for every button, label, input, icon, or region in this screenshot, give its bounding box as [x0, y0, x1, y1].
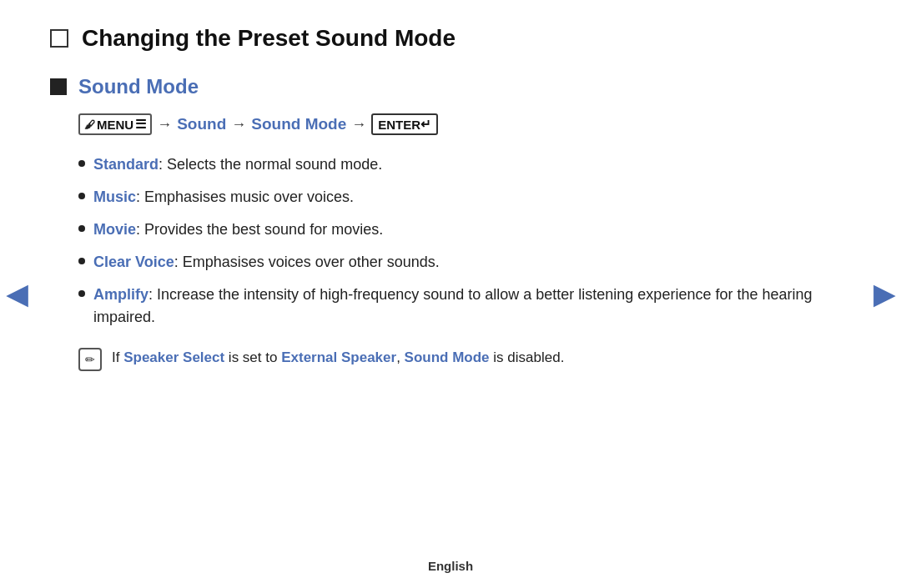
sound-mode-label: Sound Mode	[251, 115, 346, 133]
note-prefix: If	[112, 349, 123, 365]
note-speaker-select: Speaker Select	[123, 349, 224, 365]
enter-symbol: ↵	[420, 117, 431, 132]
arrow-3: →	[351, 116, 366, 133]
bullet-dot	[78, 225, 85, 232]
arrow-2: →	[231, 116, 246, 133]
term-standard: Standard	[93, 156, 159, 173]
main-title: Changing the Preset Sound Mode	[50, 25, 834, 52]
black-square-icon	[50, 78, 67, 95]
note-row: ✏ If Speaker Select is set to External S…	[78, 347, 834, 371]
bullet-dot	[78, 160, 85, 167]
footer-language: English	[428, 559, 473, 573]
bullet-dot	[78, 290, 85, 297]
note-middle: is set to	[224, 349, 281, 365]
bullet-text: Clear Voice: Emphasises voices over othe…	[93, 251, 440, 274]
menu-label: MENU	[97, 118, 133, 132]
desc-movie: : Provides the best sound for movies.	[136, 221, 383, 238]
note-text: If Speaker Select is set to External Spe…	[112, 347, 564, 369]
term-amplify: Amplify	[93, 286, 148, 303]
list-item: Movie: Provides the best sound for movie…	[78, 219, 834, 241]
enter-label: ENTER	[378, 118, 420, 132]
note-sound-mode: Sound Mode	[405, 349, 490, 365]
enter-icon: ENTER↵	[371, 113, 438, 135]
menu-icon: 🖌 MENU☰	[78, 113, 152, 135]
checkbox-icon	[50, 29, 68, 48]
nav-right-arrow[interactable]: ▶	[867, 270, 901, 319]
finger-icon: 🖌	[84, 118, 95, 131]
desc-music: : Emphasises music over voices.	[136, 188, 354, 205]
list-item: Music: Emphasises music over voices.	[78, 186, 834, 209]
term-clear-voice: Clear Voice	[93, 254, 174, 270]
bullet-text: Amplify: Increase the intensity of high-…	[93, 284, 834, 329]
bullet-text: Standard: Selects the normal sound mode.	[93, 153, 382, 176]
section-header: Sound Mode	[50, 75, 834, 98]
note-icon: ✏	[78, 348, 102, 371]
note-external-speaker: External Speaker	[281, 349, 396, 365]
list-item: Standard: Selects the normal sound mode.	[78, 153, 834, 176]
term-movie: Movie	[93, 221, 136, 238]
note-comma: ,	[396, 349, 404, 365]
nav-left-arrow[interactable]: ◀	[0, 270, 34, 319]
sound-label: Sound	[177, 115, 226, 133]
list-item: Clear Voice: Emphasises voices over othe…	[78, 251, 834, 274]
desc-amplify: : Increase the intensity of high-frequen…	[93, 286, 813, 325]
arrow-1: →	[157, 116, 172, 133]
desc-standard: : Selects the normal sound mode.	[159, 156, 382, 173]
term-music: Music	[93, 188, 136, 205]
list-item: Amplify: Increase the intensity of high-…	[78, 284, 834, 329]
bullet-dot	[78, 258, 85, 264]
main-title-text: Changing the Preset Sound Mode	[82, 25, 456, 52]
section-title: Sound Mode	[78, 75, 199, 98]
menu-bars: ☰	[135, 117, 146, 132]
bullet-text: Movie: Provides the best sound for movie…	[93, 219, 383, 241]
bullet-list: Standard: Selects the normal sound mode.…	[78, 153, 834, 329]
menu-path: 🖌 MENU☰ → Sound → Sound Mode → ENTER↵	[78, 113, 834, 135]
note-suffix: is disabled.	[490, 349, 565, 365]
desc-clear-voice: : Emphasises voices over other sounds.	[174, 254, 440, 270]
bullet-text: Music: Emphasises music over voices.	[93, 186, 354, 209]
bullet-dot	[78, 193, 85, 199]
